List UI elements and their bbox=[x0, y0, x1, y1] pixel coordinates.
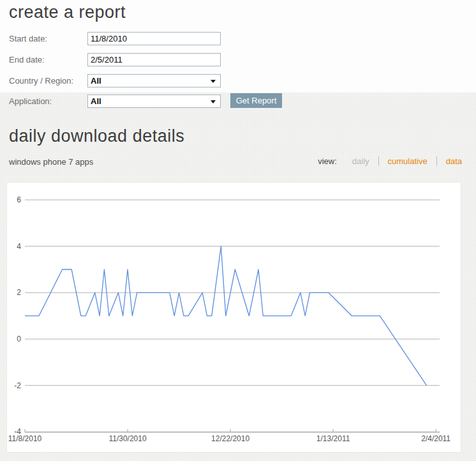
get-report-button[interactable]: Get Report bbox=[230, 93, 282, 108]
country-region-select[interactable]: All bbox=[87, 74, 221, 87]
country-region-value: All bbox=[91, 76, 101, 86]
chevron-down-icon bbox=[211, 100, 216, 103]
svg-text:11/30/2010: 11/30/2010 bbox=[108, 434, 146, 443]
svg-text:-2: -2 bbox=[14, 381, 21, 390]
start-date-label: Start date: bbox=[9, 32, 86, 45]
chevron-down-icon bbox=[211, 80, 216, 83]
svg-text:12/22/2010: 12/22/2010 bbox=[211, 434, 249, 443]
end-date-input[interactable] bbox=[87, 53, 221, 66]
page-title: create a report bbox=[9, 3, 126, 22]
application-select[interactable]: All bbox=[87, 94, 221, 108]
country-region-label: Country / Region: bbox=[9, 74, 86, 87]
chart-subtitle: windows phone 7 apps bbox=[9, 157, 93, 167]
view-label: view: bbox=[318, 156, 337, 166]
downloads-chart: 6420-2-411/8/201011/30/201012/22/20101/1… bbox=[7, 183, 461, 452]
application-value: All bbox=[91, 96, 101, 106]
divider bbox=[378, 156, 379, 166]
start-date-input[interactable] bbox=[87, 32, 221, 45]
svg-text:6: 6 bbox=[17, 195, 21, 204]
section-title: daily download details bbox=[9, 126, 184, 146]
end-date-label: End date: bbox=[9, 53, 86, 66]
application-label: Application: bbox=[9, 94, 86, 108]
svg-text:11/8/2010: 11/8/2010 bbox=[8, 434, 42, 443]
view-switcher: view: daily cumulative data bbox=[318, 156, 462, 166]
view-option-daily[interactable]: daily bbox=[352, 156, 369, 166]
divider bbox=[436, 156, 437, 166]
svg-text:1/13/2011: 1/13/2011 bbox=[316, 434, 350, 443]
view-option-cumulative[interactable]: cumulative bbox=[388, 156, 428, 166]
chart-panel: 6420-2-411/8/201011/30/201012/22/20101/1… bbox=[6, 182, 461, 453]
create-report-section: create a report Start date: End date: Co… bbox=[0, 0, 476, 93]
svg-text:2: 2 bbox=[17, 288, 21, 297]
svg-text:2/4/2011: 2/4/2011 bbox=[421, 434, 450, 443]
view-option-data[interactable]: data bbox=[446, 156, 462, 166]
svg-text:4: 4 bbox=[17, 242, 21, 251]
svg-text:0: 0 bbox=[17, 335, 21, 344]
